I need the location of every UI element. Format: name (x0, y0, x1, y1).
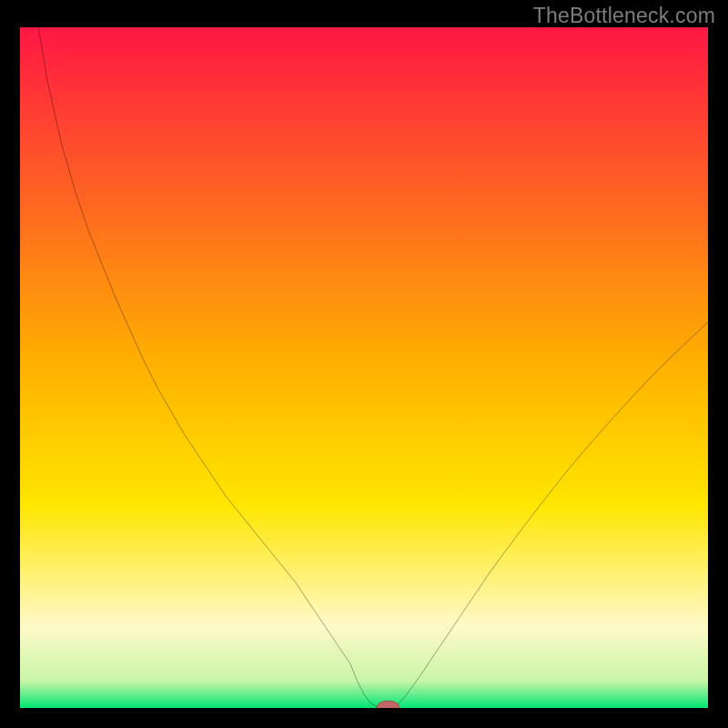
gradient-bg (20, 27, 708, 708)
chart-svg (20, 27, 708, 708)
plot-area (20, 27, 708, 708)
chart-frame: TheBottleneck.com (0, 0, 728, 728)
watermark-text: TheBottleneck.com (533, 4, 715, 28)
